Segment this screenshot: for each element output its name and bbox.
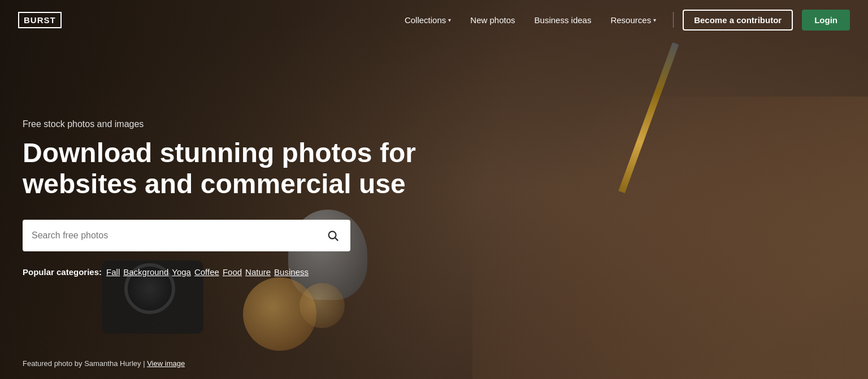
svg-line-1: [335, 238, 338, 241]
login-button[interactable]: Login: [802, 10, 850, 31]
search-input[interactable]: [32, 230, 324, 241]
search-button[interactable]: [324, 227, 341, 244]
nav-business-ideas[interactable]: Business ideas: [527, 11, 600, 29]
hero-section: BURST Collections ▾ New photos Business …: [0, 0, 868, 379]
category-fall[interactable]: Fall: [106, 267, 120, 277]
site-header: BURST Collections ▾ New photos Business …: [0, 0, 868, 40]
globe2-decoration: [300, 283, 345, 328]
category-background[interactable]: Background: [123, 267, 168, 277]
category-business[interactable]: Business: [274, 267, 309, 277]
svg-point-0: [329, 232, 336, 239]
view-image-link[interactable]: View image: [147, 359, 185, 368]
popular-categories: Popular categories: Fall Background Yoga…: [23, 267, 418, 277]
search-icon: [327, 229, 339, 242]
hero-subtitle: Free stock photos and images: [23, 119, 418, 129]
nav-collections[interactable]: Collections ▾: [397, 11, 459, 29]
category-nature[interactable]: Nature: [245, 267, 271, 277]
chevron-down-icon: ▾: [448, 17, 451, 23]
hand-area-decoration: [472, 97, 868, 379]
main-nav: Collections ▾ New photos Business ideas …: [397, 10, 850, 31]
popular-label: Popular categories:: [23, 267, 102, 277]
nav-new-photos[interactable]: New photos: [462, 11, 523, 29]
category-coffee[interactable]: Coffee: [194, 267, 219, 277]
logo-box: BURST: [18, 12, 62, 28]
nav-divider: [673, 12, 674, 28]
attribution-prefix: Featured photo by Samantha Hurley |: [23, 359, 145, 368]
hero-title: Download stunning photos for websites an…: [23, 137, 418, 199]
category-food[interactable]: Food: [223, 267, 242, 277]
nav-resources[interactable]: Resources ▾: [602, 11, 664, 29]
logo[interactable]: BURST: [18, 12, 62, 28]
hero-content: Free stock photos and images Download st…: [23, 102, 418, 277]
search-bar: [23, 220, 350, 251]
category-yoga[interactable]: Yoga: [172, 267, 191, 277]
become-contributor-button[interactable]: Become a contributor: [683, 10, 793, 31]
hero-attribution: Featured photo by Samantha Hurley | View…: [23, 359, 185, 368]
logo-text: BURST: [24, 15, 56, 25]
chevron-down-icon-resources: ▾: [653, 17, 656, 23]
